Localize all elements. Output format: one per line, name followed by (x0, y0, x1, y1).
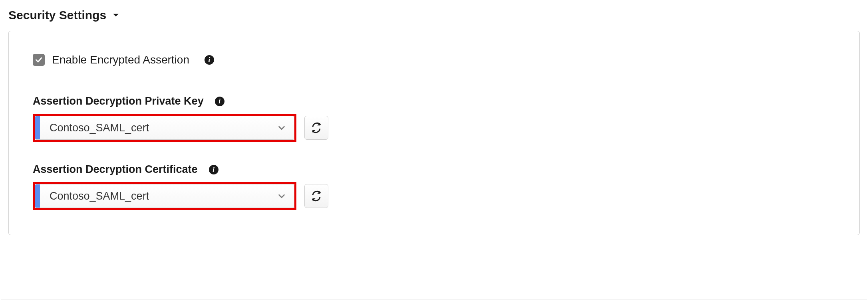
caret-down-icon (112, 11, 120, 19)
select-accent (35, 116, 40, 139)
section-header[interactable]: Security Settings (8, 8, 860, 22)
security-settings-container: Security Settings Enable Encrypted Asser… (1, 1, 867, 299)
certificate-value: Contoso_SAML_cert (40, 190, 269, 202)
private-key-field: Assertion Decryption Private Key i Conto… (33, 95, 835, 142)
certificate-field: Assertion Decryption Certificate i Conto… (33, 163, 835, 210)
private-key-label: Assertion Decryption Private Key (33, 95, 204, 107)
highlight-box: Contoso_SAML_cert (33, 182, 296, 210)
info-icon[interactable]: i (209, 165, 218, 174)
select-accent (35, 184, 40, 208)
highlight-box: Contoso_SAML_cert (33, 114, 296, 142)
certificate-select-row: Contoso_SAML_cert (33, 182, 835, 210)
certificate-select[interactable]: Contoso_SAML_cert (35, 184, 294, 208)
private-key-label-row: Assertion Decryption Private Key i (33, 95, 835, 107)
refresh-icon (311, 122, 322, 133)
info-icon[interactable]: i (215, 97, 224, 106)
chevron-down-icon (269, 192, 294, 200)
private-key-refresh-button[interactable] (304, 116, 328, 140)
private-key-select[interactable]: Contoso_SAML_cert (35, 116, 294, 140)
settings-panel: Enable Encrypted Assertion i Assertion D… (8, 31, 860, 235)
private-key-value: Contoso_SAML_cert (40, 122, 269, 134)
certificate-label: Assertion Decryption Certificate (33, 163, 198, 176)
chevron-down-icon (269, 123, 294, 132)
enable-encrypted-assertion-label: Enable Encrypted Assertion (52, 53, 189, 66)
private-key-select-row: Contoso_SAML_cert (33, 114, 835, 142)
enable-encrypted-assertion-row: Enable Encrypted Assertion i (33, 53, 835, 66)
section-title: Security Settings (8, 8, 106, 22)
certificate-label-row: Assertion Decryption Certificate i (33, 163, 835, 176)
info-icon[interactable]: i (205, 55, 214, 65)
refresh-icon (311, 190, 322, 202)
enable-encrypted-assertion-checkbox[interactable] (33, 54, 45, 66)
certificate-refresh-button[interactable] (304, 184, 328, 208)
check-icon (35, 56, 43, 64)
